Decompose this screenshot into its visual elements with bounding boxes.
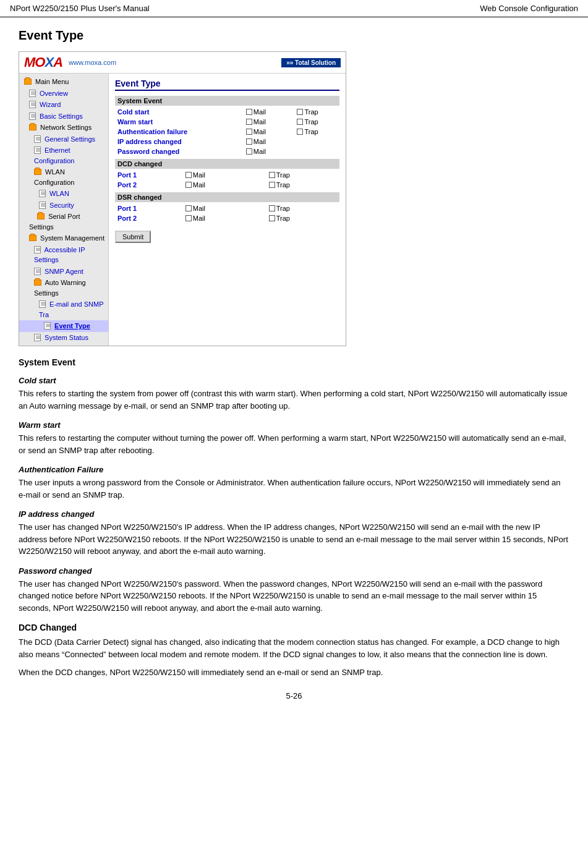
dcd-port1-mail-cell: Mail: [185, 171, 250, 179]
auth-failure-trap-checkbox[interactable]: [297, 129, 303, 135]
dcd-port1-link[interactable]: Port 1: [117, 171, 137, 179]
section-title: Event Type: [19, 28, 569, 43]
mail-label: Mail: [193, 205, 205, 212]
page-icon: [39, 202, 46, 209]
dsr-port2-link[interactable]: Port 2: [117, 215, 137, 222]
cold-start-mail-checkbox[interactable]: [246, 109, 252, 115]
page-icon: [34, 334, 41, 341]
dsr-changed-table: Port 1 Mail Trap: [115, 203, 339, 223]
console-screenshot: MOXA www.moxa.com »» Total Solution Main…: [19, 51, 346, 346]
dcd-port1-trap-cell: Trap: [269, 171, 337, 179]
sidebar-wizard[interactable]: Wizard: [19, 99, 108, 111]
sidebar-wlan[interactable]: WLAN: [19, 188, 108, 200]
sidebar-wlan-link[interactable]: WLAN: [49, 190, 69, 197]
sidebar-system-status-link[interactable]: System Status: [45, 334, 88, 341]
sidebar-snmp-agent-link[interactable]: SNMP Agent: [45, 268, 83, 275]
folder-icon: [34, 279, 41, 286]
sidebar-system-mgmt: System Management: [19, 232, 108, 244]
sidebar-email-snmp[interactable]: E-mail and SNMP Tra: [19, 299, 108, 320]
pwd-changed-link[interactable]: Password changed: [117, 148, 179, 155]
main-content: Event Type MOXA www.moxa.com »» Total So…: [0, 22, 588, 717]
pwd-changed-text: The user has changed NPort W2250/W2150's…: [19, 578, 569, 615]
auth-failure-title: Authentication Failure: [19, 465, 569, 474]
trap-label: Trap: [276, 171, 290, 179]
warm-start-title: Warm start: [19, 420, 569, 430]
dcd-port2-mail-cell: Mail: [185, 181, 250, 189]
page-icon: [39, 300, 46, 308]
sidebar-main-menu: Main Menu: [19, 76, 108, 88]
dcd-port1-mail-checkbox[interactable]: [185, 172, 192, 178]
trap-label: Trap: [304, 108, 318, 116]
auth-failure-trap-cell: Trap: [297, 128, 337, 135]
sidebar-security[interactable]: Security: [19, 200, 108, 211]
dsr-port2-trap-checkbox[interactable]: [269, 215, 275, 221]
cold-start-link[interactable]: Cold start: [117, 108, 149, 116]
sidebar-accessible-ip[interactable]: Accessible IP Settings: [19, 244, 108, 266]
table-row: Warm start Mail Trap: [115, 117, 339, 127]
page-icon: [44, 322, 51, 330]
submit-area: Submit: [115, 227, 339, 243]
page-icon: [34, 246, 41, 253]
warm-start-mail-checkbox[interactable]: [246, 119, 252, 125]
auth-failure-mail-checkbox[interactable]: [246, 129, 252, 135]
moxa-header-bar: MOXA www.moxa.com »» Total Solution: [19, 52, 346, 74]
sidebar-basic-settings-link[interactable]: Basic Settings: [40, 113, 83, 120]
sidebar-auto-warning: Auto Warning Settings: [19, 277, 108, 299]
warm-start-trap-cell: Trap: [297, 118, 337, 126]
sidebar-accessible-ip-link[interactable]: Accessible IP Settings: [34, 246, 85, 264]
sidebar-snmp-agent[interactable]: SNMP Agent: [19, 266, 108, 278]
ip-changed-link[interactable]: IP address changed: [117, 138, 182, 145]
sidebar-general-settings[interactable]: General Settings: [19, 134, 108, 145]
table-row: IP address changed Mail: [115, 137, 339, 147]
warm-start-text: This refers to restarting the computer w…: [19, 432, 569, 456]
submit-button[interactable]: Submit: [115, 231, 151, 243]
sidebar-serial-port: Serial Port Settings: [19, 211, 108, 232]
dsr-port2-mail-checkbox[interactable]: [185, 215, 192, 221]
chapter-title: Web Console Configuration: [480, 4, 578, 13]
dcd-port1-trap-checkbox[interactable]: [269, 172, 275, 178]
sidebar-system-status[interactable]: System Status: [19, 332, 108, 344]
dcd-changed-table: Port 1 Mail Trap: [115, 170, 339, 190]
sidebar-wizard-link[interactable]: Wizard: [40, 101, 61, 108]
dcd-changed-text2: When the DCD changes, NPort W2250/W2150 …: [19, 666, 569, 679]
page-icon: [29, 113, 36, 120]
dsr-port2-mail-cell: Mail: [185, 215, 250, 222]
moxa-url: www.moxa.com: [69, 59, 116, 66]
ip-changed-mail-checkbox[interactable]: [246, 138, 252, 145]
dsr-port1-mail-cell: Mail: [185, 205, 250, 212]
mail-label: Mail: [254, 138, 266, 145]
sidebar-event-type[interactable]: Event Type: [19, 320, 108, 332]
page-number: 5-26: [286, 691, 302, 700]
trap-label: Trap: [276, 215, 290, 222]
mail-label: Mail: [193, 215, 205, 222]
dsr-port1-mail-checkbox[interactable]: [185, 205, 192, 211]
sidebar-event-type-link[interactable]: Event Type: [54, 322, 90, 330]
sidebar-basic-settings[interactable]: Basic Settings: [19, 111, 108, 122]
dcd-port2-link[interactable]: Port 2: [117, 181, 137, 189]
table-row: Password changed Mail: [115, 147, 339, 156]
pwd-changed-mail-cell: Mail: [246, 148, 284, 155]
sidebar-overview-link[interactable]: Overview: [40, 90, 68, 97]
dcd-port2-trap-checkbox[interactable]: [269, 182, 275, 188]
dsr-port1-link[interactable]: Port 1: [117, 205, 137, 212]
pwd-changed-mail-checkbox[interactable]: [246, 148, 252, 155]
dcd-port2-mail-checkbox[interactable]: [185, 182, 192, 188]
warm-start-link[interactable]: Warm start: [117, 118, 153, 126]
sidebar-security-link[interactable]: Security: [49, 202, 74, 209]
sidebar-ethernet-config[interactable]: Ethernet Configuration: [19, 145, 108, 166]
auth-failure-link[interactable]: Authentication failure: [117, 128, 187, 135]
table-row: Port 1 Mail Trap: [115, 170, 339, 180]
dsr-port1-trap-cell: Trap: [269, 205, 337, 212]
sidebar-general-settings-link[interactable]: General Settings: [45, 135, 95, 143]
pwd-changed-title: Password changed: [19, 566, 569, 576]
dsr-port1-trap-checkbox[interactable]: [269, 205, 275, 211]
dcd-port2-trap-cell: Trap: [269, 181, 337, 189]
cold-start-trap-checkbox[interactable]: [297, 109, 303, 115]
folder-icon: [29, 124, 36, 130]
dcd-changed-text1: The DCD (Data Carrier Detect) signal has…: [19, 636, 569, 660]
sidebar-email-snmp-link[interactable]: E-mail and SNMP Tra: [39, 300, 103, 318]
mail-label: Mail: [254, 118, 266, 126]
auth-failure-mail-cell: Mail: [246, 128, 284, 135]
sidebar-overview[interactable]: Overview: [19, 88, 108, 100]
warm-start-trap-checkbox[interactable]: [297, 119, 303, 125]
